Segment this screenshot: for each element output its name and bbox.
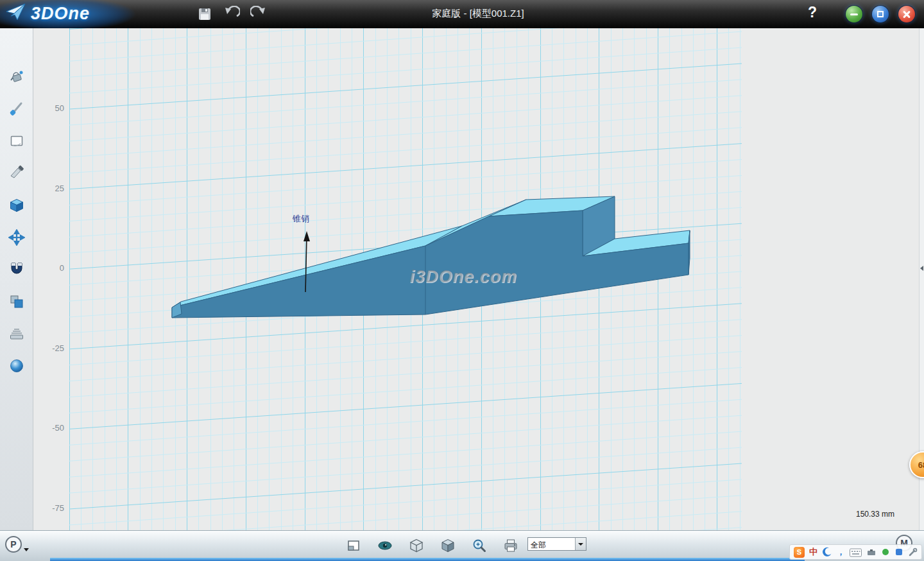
paper-plane-icon bbox=[5, 3, 27, 24]
reference-plane-button[interactable] bbox=[344, 536, 363, 555]
input-method-bar: S 中 ， bbox=[789, 544, 922, 560]
collapse-arrow-icon[interactable] bbox=[920, 266, 923, 271]
shaded-cube-icon bbox=[440, 537, 456, 554]
axis-label: -25 bbox=[36, 343, 64, 353]
dropdown-button[interactable] bbox=[575, 538, 586, 550]
left-toolbar bbox=[0, 28, 33, 530]
wireframe-cube-icon bbox=[408, 537, 425, 554]
sketch-tool-button[interactable] bbox=[8, 132, 26, 150]
magnet-tool-button[interactable] bbox=[8, 261, 26, 279]
shaded-display-button[interactable] bbox=[438, 536, 458, 555]
viewport[interactable]: 50250-25-50-75 锥销 i3DOne.com 150.33 mm bbox=[33, 28, 919, 530]
eye-icon bbox=[377, 537, 393, 554]
section-plane-icon bbox=[8, 325, 25, 342]
magnifier-icon bbox=[471, 537, 488, 554]
axis-label: 50 bbox=[36, 103, 64, 113]
close-button[interactable] bbox=[898, 6, 915, 22]
axis-label: -50 bbox=[36, 423, 64, 433]
stacked-boxes-icon bbox=[8, 293, 25, 310]
magnet-icon bbox=[8, 261, 25, 278]
status-bar: P bbox=[0, 530, 924, 561]
combine-tool-button[interactable] bbox=[8, 293, 26, 311]
axis-label: 25 bbox=[36, 184, 64, 193]
taskbar-strip bbox=[50, 558, 805, 561]
ime-mode-toggle[interactable]: 中 bbox=[809, 546, 817, 558]
section-tool-button[interactable] bbox=[8, 325, 26, 343]
zoom-button[interactable] bbox=[470, 536, 489, 555]
filter-dropdown[interactable]: 全部 bbox=[527, 537, 586, 551]
print-button[interactable] bbox=[501, 536, 520, 555]
sphere-tool-button[interactable] bbox=[8, 357, 26, 375]
knife-icon bbox=[8, 165, 25, 182]
watermark: i3DOne.com bbox=[390, 267, 536, 287]
skin-icon[interactable] bbox=[894, 548, 903, 557]
render-tool-button[interactable] bbox=[8, 68, 26, 86]
move-arrows-icon bbox=[8, 229, 25, 246]
sphere-icon bbox=[8, 358, 25, 374]
minimize-icon bbox=[850, 13, 858, 15]
wireframe-display-button[interactable] bbox=[407, 536, 426, 555]
filter-value: 全部 bbox=[528, 538, 575, 550]
sogou-logo-icon[interactable]: S bbox=[794, 547, 805, 558]
ime-punctuation-toggle[interactable]: ， bbox=[837, 546, 845, 558]
cube-icon bbox=[8, 197, 25, 214]
axis-label: 0 bbox=[36, 263, 64, 273]
status-green-icon[interactable] bbox=[881, 548, 890, 557]
brush-icon bbox=[8, 101, 25, 117]
trim-tool-button[interactable] bbox=[8, 164, 26, 182]
p-button[interactable]: P bbox=[5, 536, 22, 553]
moon-icon[interactable] bbox=[822, 547, 832, 557]
title-bar: 3DOne 家庭版 - [模型001.Z1] ? bbox=[0, 0, 924, 28]
axis-label: -75 bbox=[36, 503, 64, 513]
help-button[interactable]: ? bbox=[803, 4, 821, 21]
scale-readout: 150.33 mm bbox=[856, 510, 894, 519]
sketch-page-icon bbox=[8, 133, 25, 150]
plane-icon bbox=[345, 537, 362, 554]
restore-icon bbox=[877, 11, 884, 17]
annotation-label: 锥销 bbox=[293, 213, 309, 225]
primitive-tool-button[interactable] bbox=[8, 196, 26, 214]
toolbox-icon[interactable] bbox=[866, 547, 877, 557]
wrench-icon[interactable] bbox=[908, 548, 918, 557]
paint-can-icon bbox=[8, 69, 25, 85]
minimize-button[interactable] bbox=[846, 6, 862, 22]
visibility-button[interactable] bbox=[375, 536, 395, 555]
printer-icon bbox=[502, 537, 519, 554]
restore-button[interactable] bbox=[872, 6, 889, 22]
move-tool-button[interactable] bbox=[8, 229, 26, 246]
chevron-down-icon bbox=[578, 543, 583, 546]
window-title: 家庭版 - [模型001.Z1] bbox=[32, 8, 924, 20]
p-dropdown-arrow-icon[interactable] bbox=[24, 548, 29, 551]
brush-tool-button[interactable] bbox=[8, 100, 26, 118]
keyboard-icon[interactable] bbox=[850, 548, 862, 557]
